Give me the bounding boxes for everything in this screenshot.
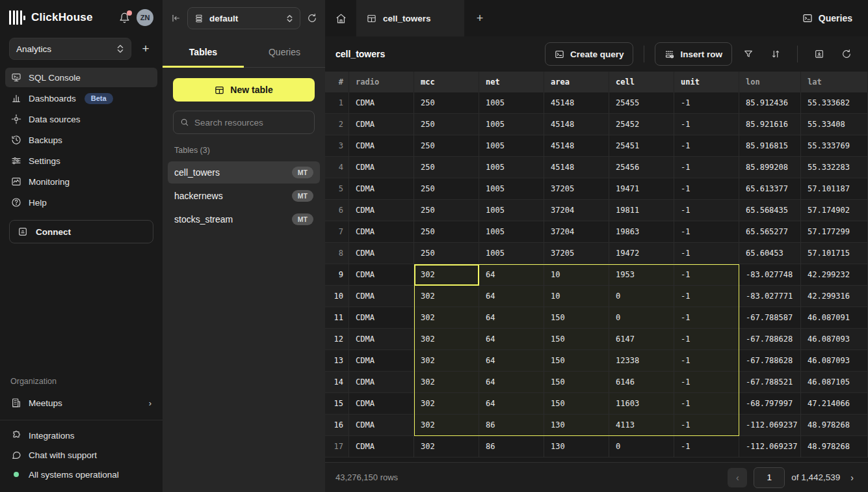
cell-area[interactable]: 10: [544, 286, 609, 307]
cell-net[interactable]: 64: [479, 393, 544, 415]
sidebar-item-sql-console[interactable]: SQL Console: [5, 68, 157, 87]
cell-radio[interactable]: CDMA: [349, 286, 414, 307]
cell-lat[interactable]: 46.087091: [801, 307, 868, 329]
cell-unit[interactable]: -1: [674, 393, 739, 415]
cell-net[interactable]: 1005: [479, 200, 544, 221]
cell-radio[interactable]: CDMA: [349, 307, 414, 329]
column-header-cell[interactable]: cell: [609, 72, 674, 92]
cell-area[interactable]: 37205: [544, 178, 609, 200]
new-table-button[interactable]: New table: [173, 78, 315, 102]
sidebar-item-integrations[interactable]: Integrations: [5, 426, 157, 445]
cell-lat[interactable]: 46.087105: [801, 372, 868, 393]
column-header-rownum[interactable]: #: [325, 72, 349, 92]
cell-mcc[interactable]: 302: [414, 415, 479, 436]
cell-net[interactable]: 1005: [479, 178, 544, 200]
cell-cell[interactable]: 19811: [609, 200, 674, 221]
add-service-button[interactable]: +: [138, 41, 153, 57]
table-list-item-stocks_stream[interactable]: stocks_streamMT: [168, 208, 320, 230]
cell-unit[interactable]: -1: [674, 436, 739, 458]
cell-area[interactable]: 130: [544, 436, 609, 458]
cell-radio[interactable]: CDMA: [349, 114, 414, 135]
row-number[interactable]: 4: [325, 157, 349, 178]
cell-lon[interactable]: 65.568435: [739, 200, 801, 221]
cell-cell[interactable]: 6146: [609, 372, 674, 393]
refresh-panel-icon[interactable]: [307, 13, 317, 23]
row-number[interactable]: 5: [325, 178, 349, 200]
create-query-button[interactable]: Create query: [545, 42, 634, 66]
cell-area[interactable]: 150: [544, 307, 609, 329]
cell-area[interactable]: 130: [544, 415, 609, 436]
sidebar-item-data-sources[interactable]: Data sources: [5, 109, 157, 129]
filter-icon[interactable]: [737, 43, 759, 65]
cell-unit[interactable]: -1: [674, 92, 739, 114]
sidebar-item-meetups[interactable]: Meetups ›: [5, 392, 157, 413]
cell-mcc[interactable]: 250: [414, 221, 479, 243]
cell-lon[interactable]: 85.921616: [739, 114, 801, 135]
cell-unit[interactable]: -1: [674, 415, 739, 436]
table-row[interactable]: 12CDMA302641506147-1-67.78862846.087093: [325, 329, 868, 350]
cell-lat[interactable]: 42.299316: [801, 286, 868, 307]
cell-lon[interactable]: 65.565277: [739, 221, 801, 243]
cell-cell[interactable]: 25455: [609, 92, 674, 114]
cell-lat[interactable]: 48.978268: [801, 436, 868, 458]
cell-radio[interactable]: CDMA: [349, 436, 414, 458]
cell-net[interactable]: 64: [479, 350, 544, 372]
cell-cell[interactable]: 19863: [609, 221, 674, 243]
cell-cell[interactable]: 25452: [609, 114, 674, 135]
connect-button[interactable]: Connect: [9, 220, 153, 243]
cell-radio[interactable]: CDMA: [349, 200, 414, 221]
cell-mcc[interactable]: 250: [414, 92, 479, 114]
cell-radio[interactable]: CDMA: [349, 350, 414, 372]
column-header-area[interactable]: area: [544, 72, 609, 92]
sidebar-item-chat-support[interactable]: Chat with support: [5, 445, 157, 465]
prev-page-button[interactable]: ‹: [728, 468, 747, 487]
cell-cell[interactable]: 25456: [609, 157, 674, 178]
cell-lon[interactable]: 85.916815: [739, 135, 801, 157]
new-tab-button[interactable]: +: [464, 0, 495, 36]
row-number[interactable]: 2: [325, 114, 349, 135]
cell-lat[interactable]: 55.332283: [801, 157, 868, 178]
cell-lon[interactable]: 65.60453: [739, 243, 801, 264]
cell-radio[interactable]: CDMA: [349, 221, 414, 243]
clickhouse-logo[interactable]: ClickHouse: [9, 10, 93, 25]
cell-radio[interactable]: CDMA: [349, 372, 414, 393]
cell-lon[interactable]: -67.788628: [739, 329, 801, 350]
cell-cell[interactable]: 25451: [609, 135, 674, 157]
cell-lat[interactable]: 57.177299: [801, 221, 868, 243]
cell-lat[interactable]: 55.333682: [801, 92, 868, 114]
cell-net[interactable]: 1005: [479, 114, 544, 135]
row-number[interactable]: 14: [325, 372, 349, 393]
sidebar-item-dashboards[interactable]: Dashboards Beta: [5, 89, 157, 108]
cell-area[interactable]: 150: [544, 372, 609, 393]
download-icon[interactable]: [808, 43, 830, 65]
system-status-item[interactable]: All systems operational: [5, 465, 157, 484]
table-row[interactable]: 9CDMA30264101953-1-83.02774842.299232: [325, 264, 868, 286]
row-number[interactable]: 1: [325, 92, 349, 114]
cell-mcc[interactable]: 250: [414, 135, 479, 157]
workspace-selector[interactable]: Analytics: [9, 38, 131, 60]
cell-lat[interactable]: 46.087093: [801, 329, 868, 350]
tab-tables[interactable]: Tables: [163, 36, 244, 67]
column-header-mcc[interactable]: mcc: [414, 72, 479, 92]
cell-cell[interactable]: 1953: [609, 264, 674, 286]
cell-lon[interactable]: -83.027748: [739, 264, 801, 286]
cell-mcc[interactable]: 302: [414, 436, 479, 458]
cell-mcc[interactable]: 302: [414, 350, 479, 372]
search-resources-input[interactable]: [194, 118, 308, 128]
table-row[interactable]: 4CDMA25010054514825456-185.89920855.3322…: [325, 157, 868, 178]
table-row[interactable]: 8CDMA25010053720519472-165.6045357.10171…: [325, 243, 868, 264]
cell-lat[interactable]: 46.087093: [801, 350, 868, 372]
cell-radio[interactable]: CDMA: [349, 415, 414, 436]
home-icon[interactable]: [325, 0, 356, 36]
cell-cell[interactable]: 4113: [609, 415, 674, 436]
table-row[interactable]: 17CDMA302861300-1-112.06923748.978268: [325, 436, 868, 458]
cell-unit[interactable]: -1: [674, 135, 739, 157]
cell-unit[interactable]: -1: [674, 329, 739, 350]
sidebar-item-backups[interactable]: Backups: [5, 130, 157, 150]
cell-radio[interactable]: CDMA: [349, 178, 414, 200]
table-row[interactable]: 16CDMA302861304113-1-112.06923748.978268: [325, 415, 868, 436]
row-number[interactable]: 7: [325, 221, 349, 243]
cell-radio[interactable]: CDMA: [349, 243, 414, 264]
cell-unit[interactable]: -1: [674, 114, 739, 135]
queries-button[interactable]: Queries: [795, 0, 868, 36]
